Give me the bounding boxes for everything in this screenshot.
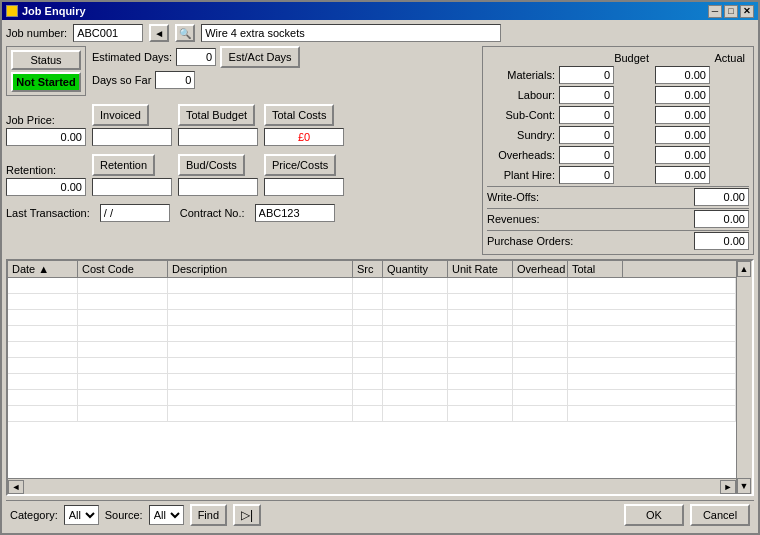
budget-budget-cell[interactable]	[557, 145, 653, 165]
scroll-left-button[interactable]: ◄	[8, 480, 24, 494]
title-bar-buttons: ─ □ ✕	[708, 5, 754, 18]
budget-actual-input[interactable]	[655, 86, 710, 104]
contract-input[interactable]	[255, 204, 335, 222]
days-so-far-label: Days so Far	[92, 74, 151, 86]
grid-header: Date ▲Cost CodeDescriptionSrcQuantityUni…	[8, 261, 736, 278]
grid-container: Date ▲Cost CodeDescriptionSrcQuantityUni…	[8, 261, 752, 494]
h-scrollbar[interactable]: ◄ ►	[8, 478, 736, 494]
table-row	[8, 358, 736, 374]
table-row	[8, 310, 736, 326]
retention-btn-group: Retention	[92, 154, 172, 196]
price-costs-button[interactable]: Price/Costs	[264, 154, 336, 176]
main-body: Status Not Started Estimated Days: Est/A…	[6, 46, 754, 255]
budget-actual-cell[interactable]	[653, 85, 749, 105]
retention-group: Retention:	[6, 164, 86, 196]
category-label: Category:	[10, 509, 58, 521]
budget-table: Budget Actual Materials: Labour: Sub-Con…	[487, 51, 749, 185]
budget-actual-input[interactable]	[655, 106, 710, 124]
table-row	[8, 294, 736, 310]
budget-budget-input[interactable]	[559, 86, 614, 104]
not-started-button[interactable]: Not Started	[11, 72, 81, 92]
v-scrollbar[interactable]: ▲ ▼	[736, 261, 752, 494]
minimize-button[interactable]: ─	[708, 5, 722, 18]
price-costs-input[interactable]	[264, 178, 344, 196]
nav-search-button[interactable]: 🔍	[175, 24, 195, 42]
nav-prev-button[interactable]: ◄	[149, 24, 169, 42]
budget-budget-input[interactable]	[559, 166, 614, 184]
budget-budget-input[interactable]	[559, 146, 614, 164]
bud-costs-group: Bud/Costs	[178, 154, 258, 196]
budget-actual-cell[interactable]	[653, 105, 749, 125]
budget-row: Plant Hire:	[487, 165, 749, 185]
budget-budget-input[interactable]	[559, 106, 614, 124]
budget-budget-cell[interactable]	[557, 105, 653, 125]
budget-row-label: Sub-Cont:	[487, 105, 557, 125]
table-row	[8, 278, 736, 294]
last-transaction-label: Last Transaction:	[6, 207, 90, 219]
budget-budget-input[interactable]	[559, 126, 614, 144]
budget-actual-cell[interactable]	[653, 125, 749, 145]
budget-budget-cell[interactable]	[557, 125, 653, 145]
budget-budget-cell[interactable]	[557, 165, 653, 185]
est-act-days-button[interactable]: Est/Act Days	[220, 46, 300, 68]
grid-body	[8, 278, 736, 478]
actual-col-header: Actual	[653, 51, 749, 65]
invoiced-input[interactable]	[92, 128, 172, 146]
cancel-button[interactable]: Cancel	[690, 504, 750, 526]
budget-actual-cell[interactable]	[653, 65, 749, 85]
budget-actual-input[interactable]	[655, 166, 710, 184]
scroll-right-button[interactable]: ►	[720, 480, 736, 494]
bud-costs-input[interactable]	[178, 178, 258, 196]
budget-actual-input[interactable]	[655, 126, 710, 144]
budget-row: Sub-Cont:	[487, 105, 749, 125]
budget-row-label: Overheads:	[487, 145, 557, 165]
days-so-far-input[interactable]	[155, 71, 195, 89]
revenues-input[interactable]	[694, 210, 749, 228]
category-select[interactable]: All	[64, 505, 99, 525]
status-button[interactable]: Status	[11, 50, 81, 70]
scroll-up-button[interactable]: ▲	[737, 261, 751, 277]
po-input[interactable]	[694, 232, 749, 250]
grid-outer: Date ▲Cost CodeDescriptionSrcQuantityUni…	[6, 259, 754, 496]
total-costs-button[interactable]: Total Costs	[264, 104, 334, 126]
budget-budget-cell[interactable]	[557, 85, 653, 105]
budget-actual-input[interactable]	[655, 146, 710, 164]
maximize-button[interactable]: □	[724, 5, 738, 18]
job-number-label: Job number:	[6, 27, 67, 39]
retention-label: Retention:	[6, 164, 56, 176]
retention-button[interactable]: Retention	[92, 154, 155, 176]
total-budget-button[interactable]: Total Budget	[178, 104, 255, 126]
source-select[interactable]: All	[149, 505, 184, 525]
description-input[interactable]	[201, 24, 501, 42]
bud-costs-button[interactable]: Bud/Costs	[178, 154, 245, 176]
write-offs-input[interactable]	[694, 188, 749, 206]
job-number-input[interactable]	[73, 24, 143, 42]
close-button[interactable]: ✕	[740, 5, 754, 18]
invoiced-group: Invoiced	[92, 104, 172, 146]
budget-budget-cell[interactable]	[557, 65, 653, 85]
scroll-down-button[interactable]: ▼	[737, 478, 751, 494]
find-button[interactable]: Find	[190, 504, 227, 526]
budget-row: Sundry:	[487, 125, 749, 145]
budget-row-label: Plant Hire:	[487, 165, 557, 185]
budget-actual-cell[interactable]	[653, 165, 749, 185]
retention-input[interactable]	[6, 178, 86, 196]
write-offs-label: Write-Offs:	[487, 191, 543, 203]
table-row	[8, 390, 736, 406]
total-budget-input[interactable]	[178, 128, 258, 146]
budget-row: Materials:	[487, 65, 749, 85]
grid-column-header: Overhead	[513, 261, 568, 277]
invoiced-button[interactable]: Invoiced	[92, 104, 149, 126]
ok-button[interactable]: OK	[624, 504, 684, 526]
budget-actual-input[interactable]	[655, 66, 710, 84]
app-icon	[6, 5, 18, 17]
retention-field[interactable]	[92, 178, 172, 196]
estimated-days-input[interactable]	[176, 48, 216, 66]
right-panel: Budget Actual Materials: Labour: Sub-Con…	[482, 46, 754, 255]
nav-end-button[interactable]: ▷|	[233, 504, 261, 526]
budget-actual-cell[interactable]	[653, 145, 749, 165]
last-transaction-input[interactable]	[100, 204, 170, 222]
budget-budget-input[interactable]	[559, 66, 614, 84]
budget-row-label: Sundry:	[487, 125, 557, 145]
job-price-input[interactable]	[6, 128, 86, 146]
